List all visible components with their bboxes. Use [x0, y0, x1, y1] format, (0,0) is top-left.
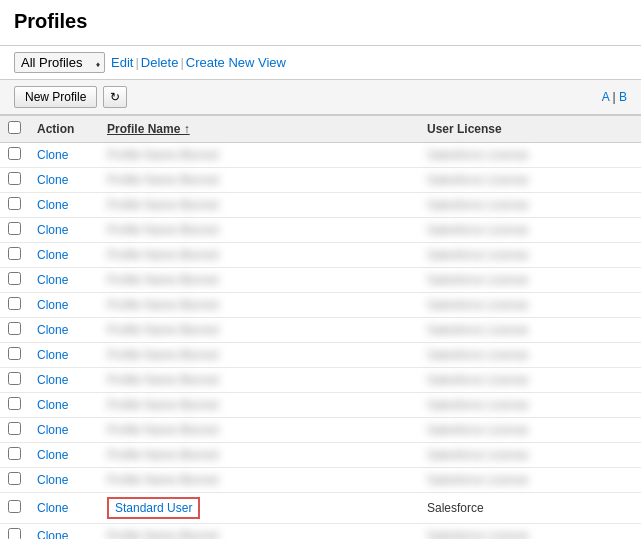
- row-checkbox[interactable]: [8, 172, 21, 185]
- select-all-checkbox[interactable]: [8, 121, 21, 134]
- row-user-license-cell: Salesforce License: [419, 243, 641, 268]
- clone-link[interactable]: Clone: [37, 248, 68, 262]
- profile-name-link[interactable]: Profile Name Blurred: [107, 529, 218, 539]
- profile-name-link[interactable]: Profile Name Blurred: [107, 223, 218, 237]
- clone-link[interactable]: Clone: [37, 223, 68, 237]
- profile-name-link[interactable]: Profile Name Blurred: [107, 148, 218, 162]
- row-checkbox[interactable]: [8, 147, 21, 160]
- clone-link[interactable]: Clone: [37, 298, 68, 312]
- row-checkbox[interactable]: [8, 247, 21, 260]
- row-checkbox[interactable]: [8, 500, 21, 513]
- pagination-a[interactable]: A: [602, 90, 609, 104]
- clone-link[interactable]: Clone: [37, 148, 68, 162]
- row-action-cell: Clone: [29, 293, 99, 318]
- table-row: CloneProfile Name BlurredSalesforce Lice…: [0, 418, 641, 443]
- row-checkbox[interactable]: [8, 222, 21, 235]
- clone-link[interactable]: Clone: [37, 529, 68, 539]
- table-row: CloneProfile Name BlurredSalesforce Lice…: [0, 318, 641, 343]
- page-title: Profiles: [14, 10, 627, 33]
- create-new-view-link[interactable]: Create New View: [186, 55, 286, 70]
- row-action-cell: Clone: [29, 493, 99, 524]
- row-profile-name-cell: Profile Name Blurred: [99, 418, 419, 443]
- refresh-button[interactable]: ↻: [103, 86, 127, 108]
- profile-name-link[interactable]: Profile Name Blurred: [107, 198, 218, 212]
- row-action-cell: Clone: [29, 524, 99, 540]
- profile-name-link[interactable]: Profile Name Blurred: [107, 473, 218, 487]
- row-checkbox[interactable]: [8, 372, 21, 385]
- clone-link[interactable]: Clone: [37, 198, 68, 212]
- row-action-cell: Clone: [29, 243, 99, 268]
- row-checkbox[interactable]: [8, 447, 21, 460]
- row-checkbox-cell: [0, 193, 29, 218]
- view-select-wrap[interactable]: All Profiles My Profiles: [14, 52, 105, 73]
- row-profile-name-cell: Profile Name Blurred: [99, 243, 419, 268]
- row-checkbox-cell: [0, 143, 29, 168]
- row-user-license-cell: Salesforce License: [419, 368, 641, 393]
- profile-name-link[interactable]: Profile Name Blurred: [107, 248, 218, 262]
- user-license-value: Salesforce License: [427, 298, 528, 312]
- profile-name-link[interactable]: Profile Name Blurred: [107, 298, 218, 312]
- clone-link[interactable]: Clone: [37, 373, 68, 387]
- edit-view-link[interactable]: Edit: [111, 55, 133, 70]
- pagination: A | B: [602, 90, 627, 104]
- row-action-cell: Clone: [29, 318, 99, 343]
- user-license-value: Salesforce License: [427, 473, 528, 487]
- row-checkbox[interactable]: [8, 322, 21, 335]
- profile-name-link[interactable]: Profile Name Blurred: [107, 348, 218, 362]
- profile-name-link[interactable]: Profile Name Blurred: [107, 323, 218, 337]
- clone-link[interactable]: Clone: [37, 398, 68, 412]
- row-user-license-cell: Salesforce License: [419, 468, 641, 493]
- clone-link[interactable]: Clone: [37, 348, 68, 362]
- row-checkbox[interactable]: [8, 347, 21, 360]
- clone-link[interactable]: Clone: [37, 448, 68, 462]
- profile-name-link[interactable]: Profile Name Blurred: [107, 173, 218, 187]
- user-license-value: Salesforce License: [427, 423, 528, 437]
- row-checkbox[interactable]: [8, 528, 21, 539]
- clone-link[interactable]: Clone: [37, 323, 68, 337]
- profile-name-link[interactable]: Profile Name Blurred: [107, 273, 218, 287]
- clone-link[interactable]: Clone: [37, 273, 68, 287]
- row-checkbox[interactable]: [8, 422, 21, 435]
- row-checkbox[interactable]: [8, 297, 21, 310]
- row-action-cell: Clone: [29, 143, 99, 168]
- row-profile-name-cell: Profile Name Blurred: [99, 318, 419, 343]
- view-selector[interactable]: All Profiles My Profiles: [14, 52, 105, 73]
- profile-name-link[interactable]: Standard User: [115, 501, 192, 515]
- profiles-table: Action Profile Name ↑ User License Clone…: [0, 115, 641, 539]
- header-action-col: Action: [29, 116, 99, 143]
- view-links: Edit|Delete|Create New View: [111, 55, 286, 70]
- row-checkbox[interactable]: [8, 472, 21, 485]
- user-license-value: Salesforce License: [427, 248, 528, 262]
- table-row: CloneProfile Name BlurredSalesforce Lice…: [0, 268, 641, 293]
- row-checkbox[interactable]: [8, 397, 21, 410]
- clone-link[interactable]: Clone: [37, 173, 68, 187]
- profile-name-link[interactable]: Profile Name Blurred: [107, 398, 218, 412]
- row-user-license-cell: Salesforce License: [419, 393, 641, 418]
- profile-name-link[interactable]: Profile Name Blurred: [107, 448, 218, 462]
- table-row: CloneProfile Name BlurredSalesforce Lice…: [0, 243, 641, 268]
- new-profile-button[interactable]: New Profile: [14, 86, 97, 108]
- row-profile-name-cell: Profile Name Blurred: [99, 193, 419, 218]
- row-checkbox[interactable]: [8, 197, 21, 210]
- row-checkbox-cell: [0, 243, 29, 268]
- row-user-license-cell: Salesforce License: [419, 193, 641, 218]
- row-user-license-cell: Salesforce License: [419, 143, 641, 168]
- user-license-value: Salesforce License: [427, 348, 528, 362]
- profile-name-link[interactable]: Profile Name Blurred: [107, 373, 218, 387]
- row-checkbox-cell: [0, 393, 29, 418]
- clone-link[interactable]: Clone: [37, 423, 68, 437]
- user-license-value: Salesforce License: [427, 223, 528, 237]
- clone-link[interactable]: Clone: [37, 473, 68, 487]
- pagination-b[interactable]: B: [619, 90, 627, 104]
- profile-name-link[interactable]: Profile Name Blurred: [107, 423, 218, 437]
- table-wrap: Action Profile Name ↑ User License Clone…: [0, 115, 641, 539]
- row-checkbox-cell: [0, 268, 29, 293]
- toolbar-left: New Profile ↻: [14, 86, 127, 108]
- row-user-license-cell: Salesforce License: [419, 218, 641, 243]
- row-user-license-cell: Salesforce License: [419, 443, 641, 468]
- header-profile-name-col[interactable]: Profile Name ↑: [99, 116, 419, 143]
- delete-view-link[interactable]: Delete: [141, 55, 179, 70]
- row-checkbox[interactable]: [8, 272, 21, 285]
- row-profile-name-cell: Profile Name Blurred: [99, 524, 419, 540]
- clone-link[interactable]: Clone: [37, 501, 68, 515]
